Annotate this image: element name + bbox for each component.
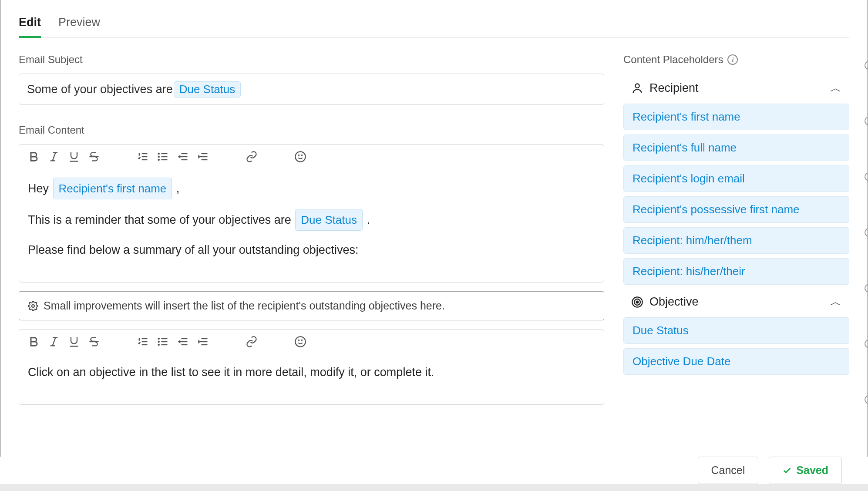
svg-point-13	[158, 159, 159, 160]
placeholders-header: Content Placeholders i	[623, 54, 849, 66]
subject-input[interactable]: Some of your objectives are Due Status	[19, 74, 604, 105]
svg-point-35	[158, 338, 159, 339]
placeholder-section-recipient: Recipient ︿ Recipient's first name Recip…	[623, 76, 849, 285]
gear-icon	[28, 301, 38, 311]
check-icon	[782, 466, 792, 475]
placeholder-item[interactable]: Objective Due Date	[623, 348, 849, 375]
info-icon[interactable]: i	[727, 54, 738, 65]
svg-point-12	[158, 156, 159, 157]
svg-line-2	[53, 153, 56, 161]
ordered-list-icon[interactable]	[137, 151, 149, 163]
body1-line2-prefix: This is a reminder that some of your obj…	[28, 213, 294, 226]
emoji-icon[interactable]	[294, 151, 306, 163]
emoji-icon[interactable]	[294, 336, 306, 348]
svg-point-47	[635, 84, 639, 87]
editor-2: Click on an objective in the list to see…	[19, 329, 604, 405]
chip-due-status[interactable]: Due Status	[295, 209, 363, 231]
insert-banner-text: Small improvements will insert the list …	[44, 299, 445, 312]
editor-1-body[interactable]: Hey Recipient's first name , This is a r…	[19, 165, 604, 282]
editor-1: Hey Recipient's first name , This is a r…	[19, 144, 604, 282]
recipient-section-title: Recipient	[649, 81, 699, 95]
placeholder-item[interactable]: Recipient's login email	[623, 165, 849, 192]
indent-icon[interactable]	[197, 151, 209, 163]
body1-line3: Please find below a summary of all your …	[28, 240, 595, 260]
placeholder-item[interactable]: Recipient's full name	[623, 135, 849, 161]
italic-icon[interactable]	[48, 151, 60, 163]
outdent-icon[interactable]	[177, 336, 189, 348]
editor-2-body[interactable]: Click on an objective in the list to see…	[19, 350, 604, 404]
person-icon	[631, 82, 643, 94]
placeholders-label: Content Placeholders	[623, 54, 723, 66]
strikethrough-icon[interactable]	[88, 336, 100, 348]
body2-line1: Click on an objective in the list to see…	[28, 363, 595, 383]
objective-section-title: Objective	[649, 295, 699, 309]
recipient-section-toggle[interactable]: Recipient ︿	[623, 76, 849, 100]
svg-point-20	[295, 151, 305, 161]
svg-point-37	[158, 344, 159, 345]
svg-point-46	[302, 340, 302, 340]
svg-point-23	[32, 305, 34, 307]
svg-point-22	[302, 155, 302, 155]
objective-section-toggle[interactable]: Objective ︿	[623, 290, 849, 314]
subject-label: Email Subject	[19, 54, 604, 66]
body1-line2-suffix: .	[363, 213, 370, 226]
italic-icon[interactable]	[48, 336, 60, 348]
placeholder-section-objective: Objective ︿ Due Status Objective Due Dat…	[623, 290, 849, 375]
placeholder-item[interactable]: Due Status	[623, 317, 849, 344]
chip-recipient-first-name[interactable]: Recipient's first name	[53, 178, 172, 199]
svg-point-45	[299, 340, 299, 340]
cancel-button[interactable]: Cancel	[698, 457, 759, 484]
target-icon	[631, 296, 643, 308]
placeholder-item[interactable]: Recipient: him/her/them	[623, 227, 849, 254]
saved-button[interactable]: Saved	[769, 457, 842, 484]
placeholder-item[interactable]: Recipient: his/her/their	[623, 258, 849, 285]
outdent-icon[interactable]	[177, 151, 189, 163]
body1-line1-prefix: Hey	[28, 182, 52, 195]
unordered-list-icon[interactable]	[157, 336, 169, 348]
svg-point-36	[158, 341, 159, 342]
content-label: Email Content	[19, 124, 604, 136]
editor-1-toolbar	[19, 145, 604, 165]
svg-line-26	[53, 338, 56, 346]
strikethrough-icon[interactable]	[88, 151, 100, 163]
indent-icon[interactable]	[197, 336, 209, 348]
bold-icon[interactable]	[28, 151, 40, 163]
saved-button-label: Saved	[796, 464, 828, 477]
tab-edit[interactable]: Edit	[19, 9, 41, 38]
svg-point-44	[295, 337, 305, 347]
chevron-up-icon: ︿	[830, 81, 841, 96]
body1-line1-suffix: ,	[173, 182, 179, 195]
bottom-edge	[0, 484, 868, 491]
bold-icon[interactable]	[28, 336, 40, 348]
underline-icon[interactable]	[68, 151, 80, 163]
insert-banner: Small improvements will insert the list …	[19, 291, 604, 320]
editor-2-toolbar	[19, 330, 604, 350]
link-icon[interactable]	[246, 336, 258, 348]
tabs-bar: Edit Preview	[19, 9, 849, 38]
right-edge-marks	[865, 61, 868, 404]
tab-preview[interactable]: Preview	[58, 9, 100, 37]
link-icon[interactable]	[246, 151, 258, 163]
svg-point-50	[636, 301, 639, 303]
ordered-list-icon[interactable]	[137, 336, 149, 348]
underline-icon[interactable]	[68, 336, 80, 348]
subject-chip-due-status[interactable]: Due Status	[174, 81, 241, 98]
svg-point-21	[299, 155, 299, 155]
chevron-up-icon: ︿	[830, 294, 841, 309]
svg-point-11	[158, 153, 159, 154]
unordered-list-icon[interactable]	[157, 151, 169, 163]
footer-actions: Cancel Saved	[0, 457, 868, 484]
subject-text: Some of your objectives are	[27, 83, 173, 96]
placeholder-item[interactable]: Recipient's first name	[623, 104, 849, 130]
placeholder-item[interactable]: Recipient's possessive first name	[623, 196, 849, 223]
